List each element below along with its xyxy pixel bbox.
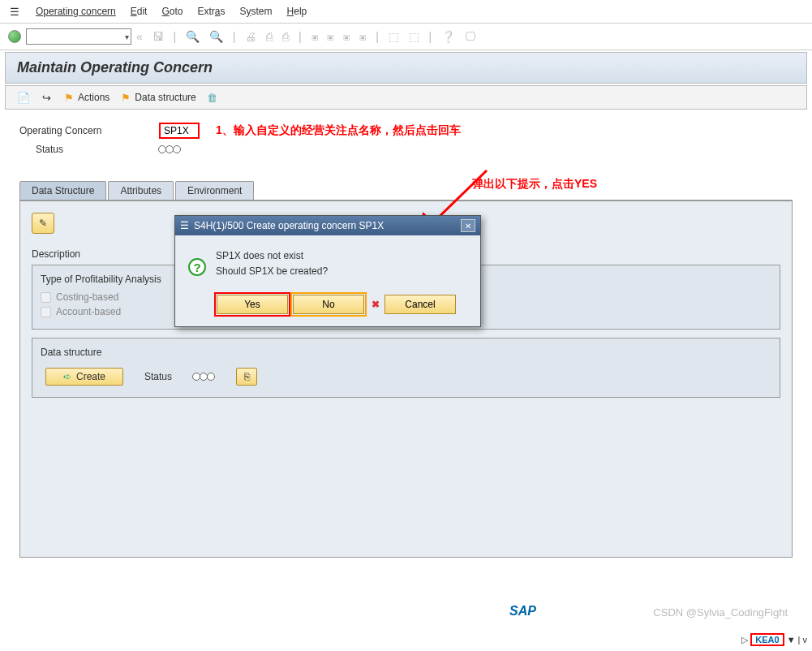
navigate-button[interactable]: ⎘ [236, 368, 257, 386]
wizard-button[interactable]: ✎ [32, 213, 54, 234]
status-label: Status [36, 144, 149, 155]
dialog-yes-button[interactable]: Yes [217, 295, 288, 314]
dialog-close-button[interactable]: ✕ [461, 219, 475, 232]
annotation-1: 1、输入自定义的经营关注点名称，然后点击回车 [216, 123, 461, 138]
create-concern-dialog: ☰ S4H(1)/500 Create operating concern SP… [174, 215, 481, 327]
dialog-line2: Should SP1X be created? [216, 264, 328, 279]
dialog-title: S4H(1)/500 Create operating concern SP1X [194, 220, 384, 231]
menu-extras[interactable]: Extras [197, 6, 225, 17]
operating-concern-input[interactable] [159, 123, 200, 139]
tab-environment[interactable]: Environment [175, 181, 254, 200]
data-structure-group: Data structure ➪Create Status ⎘ [32, 338, 780, 398]
watermark: CSDN @Sylvia_CodingFight [653, 606, 788, 619]
menu-operating-concern[interactable]: Operating concern [36, 6, 116, 17]
operating-concern-label: Operating Concern [19, 125, 149, 136]
command-field[interactable] [26, 28, 131, 45]
tab-data-structure[interactable]: Data Structure [19, 181, 106, 200]
ds-status-traffic-light [193, 373, 215, 381]
ds-status-label: Status [144, 371, 172, 382]
menu-icon[interactable]: ☰ [8, 5, 21, 18]
status-traffic-light [159, 145, 181, 153]
tcode-field: KEA0 [750, 633, 784, 646]
delete-button[interactable]: 🗑 [206, 91, 219, 104]
status-bar: ▷ KEA0 ▼ | v [741, 633, 807, 646]
other-button[interactable]: ↪ [40, 91, 53, 104]
menu-system[interactable]: System [240, 6, 273, 17]
header-form: Operating Concern 1、输入自定义的经营关注点名称，然后点击回车… [0, 118, 812, 165]
create-button[interactable]: ➪Create [45, 368, 123, 386]
annotation-2: 弹出以下提示，点击YES [472, 177, 597, 192]
page-title: Maintain Operating Concern [5, 52, 807, 84]
system-toolbar: « 🖫 | 🔍 🔍 | 🖨 ⎙ ⎙ | ▣ ▣ ▣ ▣ | ⬚ ⬚ | ❔ 🖵 [0, 24, 812, 50]
cancel-x-icon: ✖ [372, 299, 380, 310]
sap-logo: SAP [509, 604, 536, 619]
new-button[interactable]: 📄 [17, 91, 30, 104]
dialog-no-button[interactable]: No [293, 295, 364, 314]
dialog-cancel-button[interactable]: Cancel [385, 295, 456, 314]
tabstrip: Data Structure Attributes Environment [19, 181, 793, 200]
menu-help[interactable]: Help [287, 6, 307, 17]
dialog-titlebar: ☰ S4H(1)/500 Create operating concern SP… [175, 216, 480, 235]
question-icon: ? [188, 258, 206, 276]
application-toolbar: 📄 ↪ ⚑Actions ⚑Data structure 🗑 [5, 85, 807, 110]
actions-button[interactable]: ⚑Actions [62, 91, 110, 104]
tab-attributes[interactable]: Attributes [108, 181, 174, 200]
enter-button[interactable] [8, 30, 21, 43]
menu-bar: ☰ Operating concern Edit Goto Extras Sys… [0, 0, 812, 24]
data-structure-group-title: Data structure [41, 347, 771, 358]
menu-edit[interactable]: Edit [131, 6, 148, 17]
dialog-line1: SP1X does not exist [216, 248, 328, 264]
data-structure-button[interactable]: ⚑Data structure [119, 91, 195, 104]
toolbar-disabled-icons: « 🖫 | 🔍 🔍 | 🖨 ⎙ ⎙ | ▣ ▣ ▣ ▣ | ⬚ ⬚ | ❔ 🖵 [136, 30, 479, 43]
dialog-sap-icon: ☰ [180, 220, 189, 231]
menu-goto[interactable]: Goto [161, 6, 183, 17]
